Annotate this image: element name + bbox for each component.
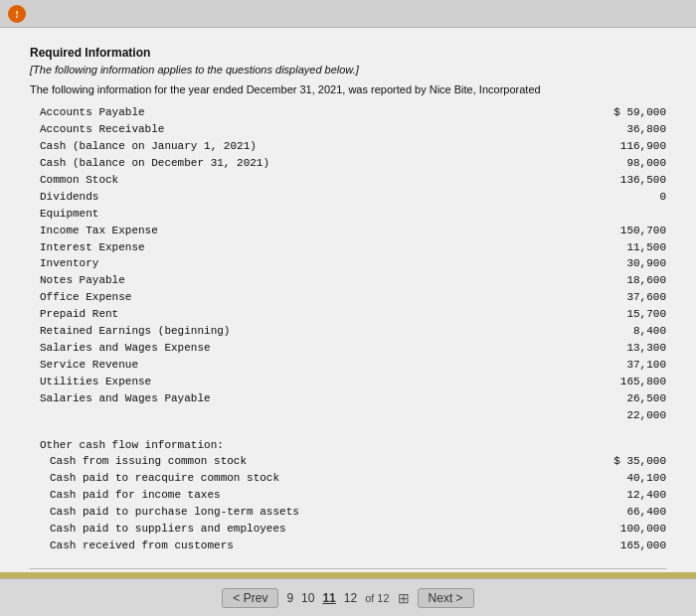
row-label: Notes Payable bbox=[40, 273, 587, 289]
intro-text: The following information for the year e… bbox=[30, 83, 666, 95]
row-value: 0 bbox=[587, 190, 666, 206]
row-value: $ 59,000 bbox=[587, 105, 666, 121]
cash-row: Cash paid for income taxes 12,400 bbox=[30, 488, 666, 505]
cash-row: Cash from issuing common stock $ 35,000 bbox=[30, 454, 666, 471]
italic-note: [The following information applies to th… bbox=[30, 64, 666, 76]
cash-label: Cash paid for income taxes bbox=[50, 488, 587, 504]
top-bar: ! bbox=[0, 0, 696, 28]
row-label: Service Revenue bbox=[40, 358, 587, 374]
row-value: 30,900 bbox=[587, 256, 666, 272]
row-value: 8,400 bbox=[587, 324, 666, 340]
divider bbox=[30, 568, 666, 569]
content-area: Required Information [The following info… bbox=[0, 28, 696, 572]
table-row: Dividends 0 bbox=[30, 190, 666, 207]
table-row: Income Tax Expense 150,700 bbox=[30, 224, 666, 240]
cash-label: Cash paid to reacquire common stock bbox=[50, 471, 587, 487]
table-row: Prepaid Rent 15,700 bbox=[30, 307, 666, 324]
row-value: 13,300 bbox=[587, 341, 666, 357]
row-label: Cash (balance on January 1, 2021) bbox=[40, 139, 587, 155]
bottom-nav: < Prev 9 10 11 12 of 12 ⊞ Next > bbox=[0, 578, 696, 616]
prev-button[interactable]: < Prev bbox=[222, 588, 278, 608]
table-row: Interest Expense 11,500 bbox=[30, 240, 666, 257]
of-label: of 12 bbox=[365, 592, 389, 604]
row-value: 37,600 bbox=[587, 290, 666, 306]
cash-row: Cash paid to purchase long-term assets 6… bbox=[30, 505, 666, 522]
row-value: 136,500 bbox=[587, 173, 666, 189]
cash-label: Cash from issuing common stock bbox=[50, 454, 587, 470]
row-value: 15,700 bbox=[587, 307, 666, 323]
cash-value: 40,100 bbox=[587, 471, 666, 487]
row-label: Retained Earnings (beginning) bbox=[40, 324, 587, 340]
alert-icon: ! bbox=[8, 5, 26, 23]
row-label: Accounts Payable bbox=[40, 105, 587, 121]
table-row: Notes Payable 18,600 bbox=[30, 273, 666, 290]
cash-row: Cash paid to suppliers and employees 100… bbox=[30, 522, 666, 539]
row-value bbox=[587, 207, 666, 223]
cash-value: 165,000 bbox=[587, 539, 666, 554]
row-label: Dividends bbox=[40, 190, 587, 206]
cash-label: Cash paid to suppliers and employees bbox=[50, 522, 587, 538]
table-row: Accounts Receivable 36,800 bbox=[30, 122, 666, 139]
table-row: Cash (balance on December 31, 2021) 98,0… bbox=[30, 156, 666, 173]
table-row: Service Revenue 37,100 bbox=[30, 358, 666, 375]
row-value: 37,100 bbox=[587, 358, 666, 374]
table-row: Equipment bbox=[30, 207, 666, 224]
row-value: 116,900 bbox=[587, 139, 666, 155]
row-value: 150,700 bbox=[587, 224, 666, 239]
row-label: Equipment bbox=[40, 207, 587, 223]
row-value: 18,600 bbox=[587, 273, 666, 289]
cash-row: Cash received from customers 165,000 bbox=[30, 539, 666, 555]
table-row: Common Stock 136,500 bbox=[30, 173, 666, 190]
row-label: Cash (balance on December 31, 2021) bbox=[40, 156, 587, 172]
row-label bbox=[40, 408, 587, 424]
row-value: 26,500 bbox=[587, 391, 666, 407]
cash-label: Cash received from customers bbox=[50, 539, 587, 554]
row-label: Common Stock bbox=[40, 173, 587, 189]
row-value: 36,800 bbox=[587, 122, 666, 138]
row-value: 22,000 bbox=[587, 408, 666, 424]
table-row: Inventory 30,900 bbox=[30, 256, 666, 273]
row-label: Office Expense bbox=[40, 290, 587, 306]
next-button[interactable]: Next > bbox=[418, 588, 474, 608]
required-info-title: Required Information bbox=[30, 46, 666, 60]
cash-value: $ 35,000 bbox=[587, 454, 666, 470]
line-items-table: Accounts Payable $ 59,000 Accounts Recei… bbox=[30, 105, 666, 425]
grid-icon[interactable]: ⊞ bbox=[398, 590, 410, 606]
cash-value: 12,400 bbox=[587, 488, 666, 504]
page-10[interactable]: 10 bbox=[301, 591, 314, 605]
row-label: Prepaid Rent bbox=[40, 307, 587, 323]
row-label: Salaries and Wages Expense bbox=[40, 341, 587, 357]
table-row: Office Expense 37,600 bbox=[30, 290, 666, 307]
table-row: 22,000 bbox=[30, 408, 666, 425]
cash-row: Cash paid to reacquire common stock 40,1… bbox=[30, 471, 666, 488]
other-cash-section: Other cash flow information: Cash from i… bbox=[30, 439, 666, 555]
row-label: Income Tax Expense bbox=[40, 224, 587, 239]
row-label: Interest Expense bbox=[40, 240, 587, 256]
row-value: 165,800 bbox=[587, 375, 666, 390]
page-9[interactable]: 9 bbox=[286, 591, 293, 605]
table-row: Accounts Payable $ 59,000 bbox=[30, 105, 666, 122]
page-12[interactable]: 12 bbox=[344, 591, 357, 605]
row-value: 11,500 bbox=[587, 240, 666, 256]
row-label: Accounts Receivable bbox=[40, 122, 587, 138]
other-cash-header: Other cash flow information: bbox=[30, 439, 666, 451]
cash-label: Cash paid to purchase long-term assets bbox=[50, 505, 587, 521]
row-label: Utilities Expense bbox=[40, 375, 587, 390]
row-label: Inventory bbox=[40, 256, 587, 272]
table-row: Utilities Expense 165,800 bbox=[30, 375, 666, 391]
cash-value: 100,000 bbox=[587, 522, 666, 538]
table-row: Salaries and Wages Expense 13,300 bbox=[30, 341, 666, 358]
page-11[interactable]: 11 bbox=[322, 591, 335, 605]
table-row: Retained Earnings (beginning) 8,400 bbox=[30, 324, 666, 341]
cash-value: 66,400 bbox=[587, 505, 666, 521]
row-label: Salaries and Wages Payable bbox=[40, 391, 587, 407]
table-row: Cash (balance on January 1, 2021) 116,90… bbox=[30, 139, 666, 156]
row-value: 98,000 bbox=[587, 156, 666, 172]
table-row: Salaries and Wages Payable 26,500 bbox=[30, 391, 666, 408]
